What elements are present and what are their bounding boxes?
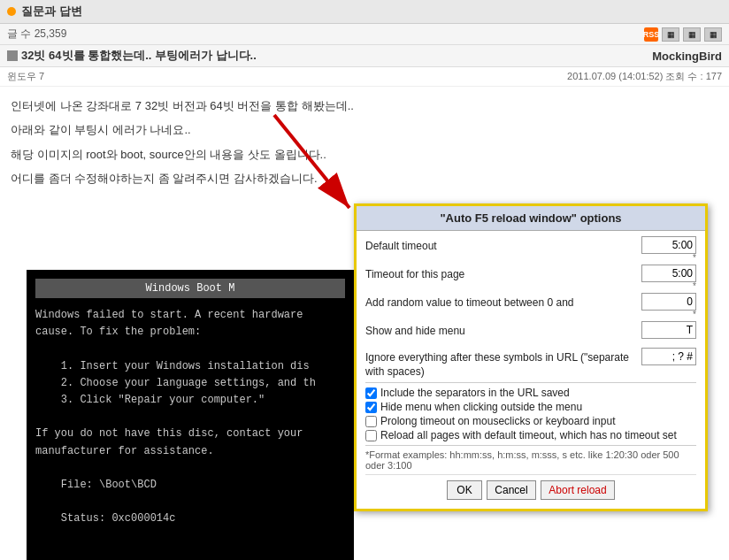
- checkbox-separators: Include the separators in the URL saved: [365, 387, 696, 399]
- content-line-2: 아래와 같이 부팅시 에러가 나네요..: [11, 119, 718, 140]
- content-line-4: 어디를 좀더 수정해야하는지 좀 알려주시면 감사하겠습니다.: [11, 168, 718, 188]
- dialog-note: *Format examples: hh:mm:ss, h:m:ss, m:ss…: [365, 449, 696, 471]
- rss-icon[interactable]: RSS: [644, 27, 658, 42]
- field-ignore-symbols: Ignore everything after these symbols in…: [365, 348, 696, 379]
- post-title[interactable]: 32빗 64빗를 통합했는데.. 부팅에러가 납니다..: [21, 48, 648, 64]
- field-input-wrap-0: *: [634, 236, 696, 263]
- grid-icon-2[interactable]: ▦: [683, 27, 701, 42]
- checkbox-reload-all-label: Reload all pages with default timeout, w…: [380, 429, 677, 441]
- show-hide-input[interactable]: [641, 321, 696, 339]
- random-timeout-input[interactable]: [641, 293, 696, 311]
- checkbox-hide-menu: Hide menu when clicking outside the menu: [365, 401, 696, 413]
- checkbox-separators-label: Include the separators in the URL saved: [380, 387, 570, 399]
- post-title-row: 32빗 64빗를 통합했는데.. 부팅에러가 납니다.. MockingBird: [0, 45, 729, 67]
- content-line-1: 인터넷에 나온 강좌대로 7 32빗 버전과 64빗 버전을 통합 해봤는데..: [11, 96, 718, 116]
- checkbox-hide-menu-input[interactable]: [365, 402, 377, 413]
- field-input-wrap-2: *: [634, 293, 696, 319]
- field-label-default-timeout: Default timeout: [365, 236, 634, 254]
- ignore-symbols-input[interactable]: [641, 348, 696, 365]
- dialog-title: "Auto F5 reload window" options: [357, 206, 705, 231]
- dialog-buttons: OK Cancel Abort reload: [365, 474, 696, 503]
- default-timeout-input[interactable]: [641, 236, 696, 254]
- separator-2: [365, 445, 696, 446]
- field-input-wrap-1: *: [634, 265, 696, 291]
- page-timeout-input[interactable]: [641, 265, 696, 282]
- status-dot: [7, 7, 16, 16]
- toolbar-row: 글 수 25,359 RSS ▦ ▦ ▦: [0, 24, 729, 45]
- username: MockingBird: [652, 50, 722, 63]
- checkbox-hide-menu-label: Hide menu when clicking outside the menu: [380, 401, 582, 413]
- checkbox-prolong-label: Prolong timeout on mouseclicks or keyboa…: [380, 415, 615, 427]
- field-label-random-timeout: Add random value to timeout between 0 an…: [365, 293, 634, 311]
- section-title: 질문과 답변: [21, 4, 82, 19]
- asterisk-2: *: [693, 311, 696, 319]
- boot-screenshot: Windows Boot M Windows failed to start. …: [27, 270, 354, 560]
- field-show-hide-menu: Show and hide menu: [365, 321, 696, 346]
- field-label-ignore-symbols: Ignore everything after these symbols in…: [365, 348, 634, 379]
- post-content: 인터넷에 나온 강좌대로 7 32빗 버전과 64빗 버전을 통합 해봤는데..…: [0, 87, 729, 202]
- checkbox-reload-all: Reload all pages with default timeout, w…: [365, 429, 696, 441]
- field-default-timeout: Default timeout *: [365, 236, 696, 263]
- post-meta: 2011.07.09 (14:01:52) 조회 수 : 177: [567, 70, 722, 83]
- checkbox-prolong-timeout: Prolong timeout on mouseclicks or keyboa…: [365, 415, 696, 427]
- field-label-show-hide: Show and hide menu: [365, 321, 634, 339]
- field-random-timeout: Add random value to timeout between 0 an…: [365, 293, 696, 319]
- cancel-button[interactable]: Cancel: [487, 480, 535, 500]
- field-page-timeout: Timeout for this page *: [365, 265, 696, 291]
- top-bar: 질문과 답변: [0, 0, 729, 24]
- toolbar-icons: RSS ▦ ▦ ▦: [644, 27, 722, 42]
- field-label-page-timeout: Timeout for this page: [365, 265, 634, 282]
- abort-button[interactable]: Abort reload: [541, 480, 614, 500]
- asterisk-0: *: [693, 254, 696, 263]
- asterisk-1: *: [693, 282, 696, 291]
- grid-icon-1[interactable]: ▦: [662, 27, 679, 42]
- auto-reload-dialog: "Auto F5 reload window" options Default …: [354, 203, 708, 511]
- field-input-wrap-4: [634, 348, 696, 365]
- dialog-body: Default timeout * Timeout for this page …: [357, 231, 705, 509]
- separator-1: [365, 382, 696, 383]
- content-line-3: 해당 이미지의 root와 boot, source안의 내용을 삿도 올립니다…: [11, 144, 718, 165]
- post-category: 윈도우 7: [7, 70, 44, 83]
- checkbox-prolong-input[interactable]: [365, 416, 377, 427]
- checkbox-separators-input[interactable]: [365, 387, 377, 399]
- grid-icon-3[interactable]: ▦: [704, 27, 722, 42]
- meta-row: 윈도우 7 2011.07.09 (14:01:52) 조회 수 : 177: [0, 67, 729, 87]
- boot-text: Windows failed to start. A recent hardwa…: [35, 307, 345, 527]
- field-input-wrap-3: [634, 321, 696, 339]
- post-count: 글 수 25,359: [7, 27, 66, 42]
- post-icon: [7, 50, 18, 61]
- boot-title: Windows Boot M: [35, 279, 345, 298]
- ok-button[interactable]: OK: [447, 480, 481, 500]
- checkbox-reload-all-input[interactable]: [365, 430, 377, 441]
